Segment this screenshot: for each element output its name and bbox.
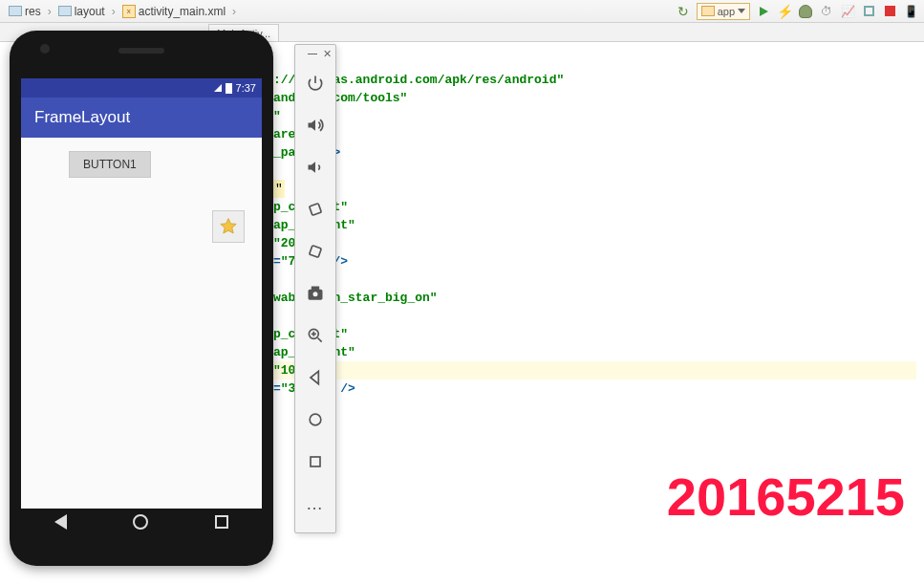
square-icon [864,6,874,16]
emulator-control-bar: ✕ … [294,44,336,533]
svg-rect-7 [311,457,320,466]
home-button[interactable] [298,402,333,437]
breadcrumb-layout[interactable]: layout [55,4,108,19]
android-status-bar: 7:37 [21,78,262,98]
phone-bezel-top [10,31,273,78]
breadcrumb-label: layout [75,5,105,18]
bolt-icon: ⚡ [777,4,793,19]
bug-icon [799,5,812,18]
screenshot-button[interactable] [298,276,333,311]
svg-rect-0 [310,204,322,216]
stop-button[interactable] [882,4,897,19]
status-clock: 7:37 [236,82,256,94]
app-title: FrameLayout [34,108,130,127]
zoom-in-icon [306,326,325,345]
chevron-down-icon [738,9,745,13]
svg-rect-4 [312,287,319,290]
button1[interactable]: BUTTON1 [69,151,151,178]
back-icon [306,368,325,387]
battery-icon [226,83,232,94]
emulator-control-titlebar: ✕ [295,45,335,62]
run-button[interactable] [756,4,771,19]
speaker-icon [118,48,164,54]
breadcrumb-label: activity_main.xml [139,5,226,18]
chevron-right-icon: › [48,5,52,18]
zoom-button[interactable] [298,318,333,353]
minimize-icon[interactable] [308,54,317,54]
avd-button[interactable]: 📱 [903,4,918,19]
chevron-right-icon: › [112,5,116,18]
folder-icon [58,6,72,16]
toolbar-right: ↻ app ⚡ ⏱ 📈 📱 [676,3,918,20]
android-nav-bar [21,505,262,539]
rotate-left-icon [306,200,325,219]
apply-changes-button[interactable]: ⚡ [777,4,792,19]
sync-icon[interactable]: ↻ [676,4,691,19]
more-icon: … [306,494,325,514]
folder-icon [9,6,22,16]
rotate-right-button[interactable] [298,234,333,269]
volume-up-button[interactable] [298,108,333,142]
breadcrumb: res › layout › x activity_main.xml › [6,4,236,19]
play-icon [760,7,768,16]
nav-overview-icon[interactable] [215,515,228,529]
app-content: BUTTON1 [21,138,262,509]
signal-icon [214,84,222,92]
code-text: ://schemas.android.com/apk/res/android" … [273,71,916,398]
nav-home-icon[interactable] [133,514,148,530]
button1-label: BUTTON1 [83,158,137,171]
star-icon [219,217,238,236]
overview-icon [306,452,325,471]
breadcrumb-res[interactable]: res [6,4,44,19]
nav-back-icon[interactable] [54,514,67,530]
debug-button[interactable] [798,4,813,19]
attach-button[interactable] [861,4,876,19]
android-app-bar: FrameLayout [21,98,262,138]
rotate-right-icon [306,242,325,261]
run-configuration-label: app [718,6,735,17]
stop-icon [885,6,895,16]
volume-up-icon [306,116,325,135]
svg-rect-1 [310,246,322,258]
svg-point-6 [310,414,321,425]
chevron-right-icon: › [232,5,236,18]
profile-button[interactable]: ⏱ [819,4,834,19]
close-icon[interactable]: ✕ [323,48,332,60]
profiler-button[interactable]: 📈 [840,4,855,19]
xml-file-icon: x [122,5,136,18]
more-options-button[interactable]: … [298,487,333,521]
main-toolbar: res › layout › x activity_main.xml › ↻ a… [0,0,924,23]
run-configuration-select[interactable]: app [697,3,750,20]
volume-down-button[interactable] [298,150,333,184]
watermark-text: 20165215 [667,466,905,528]
volume-down-icon [306,158,325,177]
overview-button[interactable] [298,444,333,479]
rotate-left-button[interactable] [298,192,333,227]
emulator-device-frame: 7:37 FrameLayout BUTTON1 [10,31,273,566]
star-image-button[interactable] [212,210,245,243]
module-icon [701,6,715,16]
power-button[interactable] [298,66,333,100]
power-icon [306,74,325,93]
svg-point-3 [312,292,319,298]
breadcrumb-label: res [25,5,41,18]
camera-dot-icon [40,44,50,54]
camera-icon [306,284,325,303]
breadcrumb-file[interactable]: x activity_main.xml [119,4,228,19]
back-button[interactable] [298,360,333,395]
emulator-screen[interactable]: 7:37 FrameLayout BUTTON1 [21,78,262,509]
home-circle-icon [306,410,325,429]
